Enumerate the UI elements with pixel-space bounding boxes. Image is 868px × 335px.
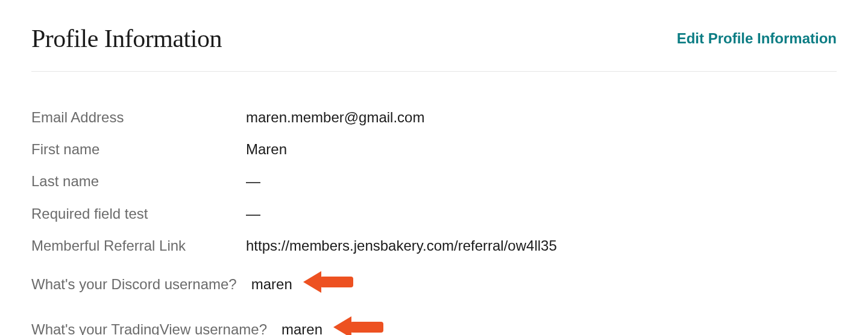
field-value-required-test: — (246, 204, 260, 223)
field-first-name: First name Maren (31, 140, 837, 158)
arrow-left-icon (303, 268, 357, 300)
profile-fields: Email Address maren.member@gmail.com Fir… (31, 108, 837, 335)
field-label-last-name: Last name (31, 172, 246, 190)
edit-profile-link[interactable]: Edit Profile Information (677, 30, 837, 47)
field-required-test: Required field test — (31, 204, 837, 223)
field-label-referral-link: Memberful Referral Link (31, 236, 246, 255)
field-email: Email Address maren.member@gmail.com (31, 108, 837, 127)
profile-header: Profile Information Edit Profile Informa… (31, 24, 837, 72)
svg-marker-2 (333, 316, 351, 335)
field-referral-link: Memberful Referral Link https://members.… (31, 236, 837, 255)
arrow-left-icon (333, 313, 388, 335)
svg-rect-3 (350, 322, 383, 333)
field-discord-username: What's your Discord username? maren (31, 268, 837, 300)
field-label-tradingview-username: What's your TradingView username? (31, 320, 267, 335)
field-label-required-test: Required field test (31, 204, 246, 223)
field-last-name: Last name — (31, 172, 837, 190)
field-label-email: Email Address (31, 108, 246, 127)
field-label-discord-username: What's your Discord username? (31, 275, 237, 293)
field-value-email: maren.member@gmail.com (246, 108, 424, 127)
field-value-discord-username: maren (251, 275, 292, 293)
field-value-tradingview-username: maren (281, 320, 322, 335)
field-label-first-name: First name (31, 140, 246, 158)
svg-marker-0 (303, 271, 321, 293)
field-value-last-name: — (246, 172, 260, 190)
page-title: Profile Information (31, 24, 222, 53)
field-value-first-name: Maren (246, 140, 287, 158)
field-value-referral-link: https://members.jensbakery.com/referral/… (246, 236, 557, 255)
svg-rect-1 (320, 277, 353, 287)
field-tradingview-username: What's your TradingView username? maren (31, 313, 837, 335)
